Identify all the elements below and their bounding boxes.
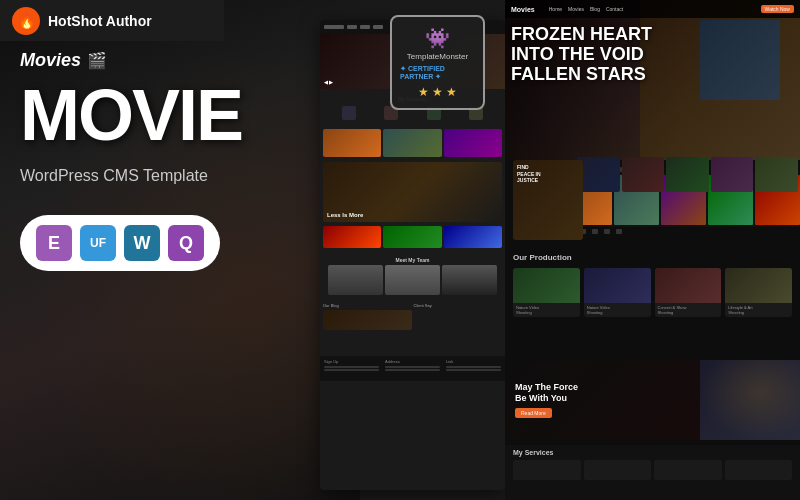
rp-service-4 — [725, 460, 793, 480]
rp-prod-img-4 — [725, 268, 792, 303]
rp-hero-content: FROZEN HEARTINTO THE VOIDFALLEN STARS — [511, 25, 652, 84]
rp-hero-scene — [700, 20, 780, 100]
mp-team-title: Meet My Team — [325, 254, 500, 265]
mp-footer-col-3: Link — [446, 359, 501, 378]
rp-sw-content: May The ForceBe With You Read More — [505, 372, 700, 428]
mp-blog-col: Our Blog — [323, 303, 412, 352]
mp-team-1 — [328, 265, 383, 295]
fhb4 — [604, 229, 610, 234]
rp-thumbnails-row — [575, 155, 800, 194]
mp-less-more-text: Less Is More — [327, 212, 363, 218]
rp-find-peace: FINDPEACE INJUSTICE — [513, 160, 583, 240]
rp-prod-grid: Nature VideoShooting Nature VideoShootin… — [513, 268, 792, 317]
rp-prod-card-4: Lifestyle & ArtShooting — [725, 268, 792, 317]
mp-movie-sm-3 — [444, 226, 502, 248]
mp-footer-line-4 — [385, 369, 440, 371]
rp-nav: Movies Home Movies Blog Contact Watch No… — [505, 0, 800, 18]
rp-thumb-3 — [666, 157, 709, 192]
mp-service-icon-1 — [342, 106, 356, 120]
fhb3 — [592, 229, 598, 234]
tm-certified: ✦ CERTIFIED PARTNER ✦ — [400, 65, 475, 81]
rp-sw-btn[interactable]: Read More — [515, 408, 552, 418]
mp-blog-client-row: Our Blog Client Say — [320, 301, 505, 354]
plugin-icons-bar: E UF W Q — [20, 215, 220, 271]
tm-stars: ★ ★ ★ — [418, 85, 458, 99]
mp-client-card-2 — [414, 332, 503, 352]
rp-prod-card-2: Nature VideoShooting — [584, 268, 651, 317]
rp-sw-title: May The ForceBe With You — [515, 382, 690, 404]
rp-prod-img-2 — [584, 268, 651, 303]
rp-hero: FROZEN HEARTINTO THE VOIDFALLEN STARS — [505, 0, 800, 160]
cms-subtitle: WordPress CMS Template — [20, 167, 340, 185]
mp-footer-col-2: Address — [385, 359, 440, 378]
fhb5 — [616, 229, 622, 234]
q-icon[interactable]: Q — [168, 225, 204, 261]
mp-nav-link2 — [360, 25, 370, 29]
rp-prod-label-1: Nature VideoShooting — [513, 303, 580, 317]
rp-site-name: Movies — [511, 6, 535, 13]
mp-movie-grid — [320, 126, 505, 160]
mp-footer-title-2: Address — [385, 359, 440, 364]
movies-text: Movies — [20, 50, 81, 71]
elementor-icon[interactable]: E — [36, 225, 72, 261]
tm-monster-icon: 👾 — [425, 26, 450, 50]
rp-nav-home: Home — [549, 6, 562, 12]
app-title: HotShot Author — [48, 13, 152, 29]
mp-team-row — [325, 265, 500, 297]
rp-sw-img-overlay — [700, 360, 800, 440]
tm-badge-inner: 👾 TemplateMonster ✦ CERTIFIED PARTNER ✦ … — [390, 15, 485, 110]
rp-thumb-4 — [711, 157, 754, 192]
uf-icon[interactable]: UF — [80, 225, 116, 261]
mp-client-card-1 — [414, 310, 503, 330]
rp-services-row — [513, 460, 792, 480]
rp-nav-blog: Blog — [590, 6, 600, 12]
rp-production-title: Our Production — [513, 253, 792, 262]
rp-prod-label-2: Nature VideoShooting — [584, 303, 651, 317]
tm-name: TemplateMonster — [407, 52, 468, 62]
wordpress-icon[interactable]: W — [124, 225, 160, 261]
mp-movie-card-1 — [323, 129, 381, 157]
mp-team-3 — [442, 265, 497, 295]
rp-thumb-2 — [622, 157, 665, 192]
mp-footer: Sign Up Address Link — [320, 356, 505, 381]
tm-badge: 👾 TemplateMonster ✦ CERTIFIED PARTNER ✦ … — [390, 15, 490, 115]
mp-movie-sm-1 — [323, 226, 381, 248]
mp-team-section: Meet My Team — [320, 250, 505, 301]
mp-movie-card-3 — [444, 129, 502, 157]
rp-my-services: My Services — [505, 445, 800, 500]
left-panel: Movies 🎬 MOVIE WordPress CMS Template E … — [0, 0, 360, 500]
mp-client-col: Client Say — [414, 303, 503, 352]
app-header: 🔥 HotShot Author — [0, 0, 224, 41]
left-content: Movies 🎬 MOVIE WordPress CMS Template E … — [0, 0, 360, 500]
rp-service-1 — [513, 460, 581, 480]
rp-nav-links: Home Movies Blog Contact — [549, 6, 623, 12]
mp-footer-title-1: Sign Up — [324, 359, 379, 364]
film-icon: 🎬 — [87, 51, 107, 70]
mp-footer-line-1 — [324, 366, 379, 368]
mp-footer-line-2 — [324, 369, 379, 371]
main-title: MOVIE — [20, 79, 340, 151]
mp-team-2 — [385, 265, 440, 295]
rp-cta-button[interactable]: Watch Now — [761, 5, 794, 13]
rp-prod-label-3: Concert & ShowShooting — [655, 303, 722, 317]
mp-less-more-section: Less Is More — [323, 162, 502, 222]
mp-client-label: Client Say — [414, 303, 503, 308]
rp-starwars-section: May The ForceBe With You Read More — [505, 360, 800, 440]
rp-thumb-5 — [755, 157, 798, 192]
rp-prod-label-4: Lifestyle & ArtShooting — [725, 303, 792, 317]
rp-prod-card-1: Nature VideoShooting — [513, 268, 580, 317]
mp-footer-line-3 — [385, 366, 440, 368]
rp-sw-image — [700, 360, 800, 440]
mp-hero-text: ◀ ▶ — [324, 79, 333, 85]
mp-blog-label: Our Blog — [323, 303, 412, 308]
mp-movie-card-2 — [383, 129, 441, 157]
right-panel: Movies Home Movies Blog Contact Watch No… — [505, 0, 800, 500]
mp-movie-sm-2 — [383, 226, 441, 248]
rp-prod-img-3 — [655, 268, 722, 303]
mp-footer-line-5 — [446, 366, 501, 368]
rp-find-text: FINDPEACE INJUSTICE — [517, 164, 541, 184]
mp-movie-row2 — [320, 224, 505, 250]
rp-service-3 — [654, 460, 722, 480]
rp-hero-title: FROZEN HEARTINTO THE VOIDFALLEN STARS — [511, 25, 652, 84]
mp-nav-logo — [324, 25, 344, 29]
